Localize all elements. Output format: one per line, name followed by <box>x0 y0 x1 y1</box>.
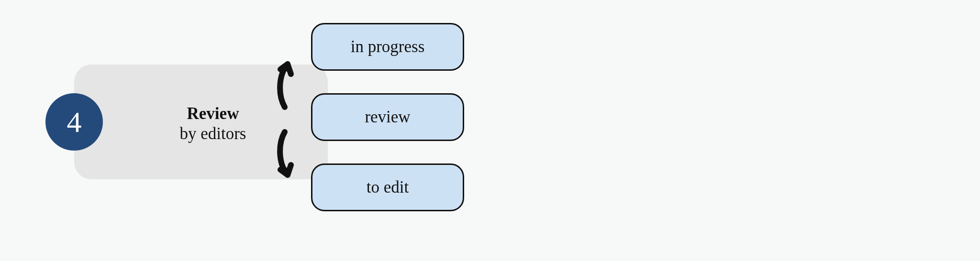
states-column: in progress review to edit <box>311 23 464 211</box>
cycle-arrow-up-icon <box>274 54 309 111</box>
step-title: Review <box>156 104 270 124</box>
step-number-circle: 4 <box>45 93 103 151</box>
state-label: to edit <box>367 178 409 197</box>
state-label: review <box>365 108 410 127</box>
step-diagram: 4 Review by editors in progress review t… <box>45 24 476 234</box>
state-label: in progress <box>351 37 425 56</box>
cycle-arrow-down-icon <box>274 128 309 185</box>
state-review: review <box>311 93 464 141</box>
step-title-block: Review by editors <box>156 104 270 144</box>
state-to-edit: to edit <box>311 163 464 211</box>
step-subtitle: by editors <box>156 124 270 144</box>
step-number: 4 <box>67 107 82 137</box>
state-in-progress: in progress <box>311 23 464 71</box>
